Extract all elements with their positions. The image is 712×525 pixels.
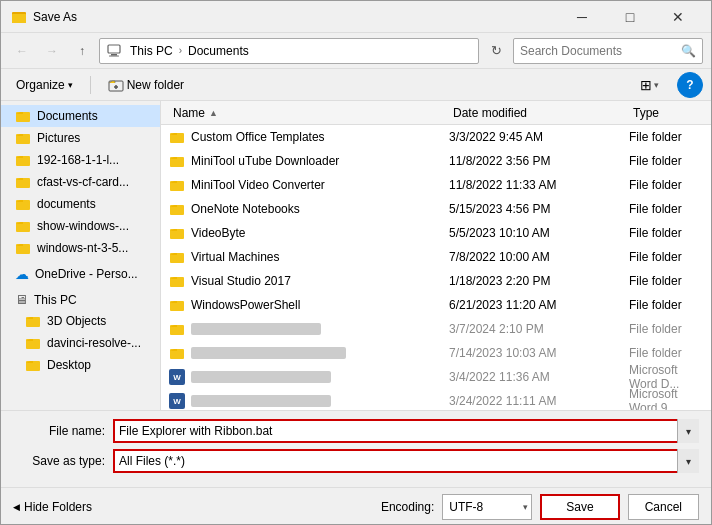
table-row[interactable]: MiniTool Video Converter 11/8/2022 11:33… bbox=[161, 173, 711, 197]
file-cell-type: File folder bbox=[629, 346, 703, 360]
new-folder-button[interactable]: New folder bbox=[101, 73, 191, 97]
search-box[interactable]: 🔍 bbox=[513, 38, 703, 64]
table-row[interactable]: W 3/4/2022 11:36 AM Microsoft Word D... bbox=[161, 365, 711, 389]
sidebar-item-3dobjects[interactable]: 3D Objects bbox=[1, 310, 160, 332]
file-cell-type: File folder bbox=[629, 298, 703, 312]
address-bar[interactable]: This PC › Documents bbox=[99, 38, 479, 64]
sidebar-item-desktop[interactable]: Desktop bbox=[1, 354, 160, 376]
file-cell-type: File folder bbox=[629, 130, 703, 144]
title-controls: ─ □ ✕ bbox=[559, 3, 701, 31]
folder-icon bbox=[169, 273, 185, 289]
hide-folders-button[interactable]: ◀ Hide Folders bbox=[13, 500, 92, 514]
sidebar-item-pictures[interactable]: Pictures bbox=[1, 127, 160, 149]
column-header: Name ▲ Date modified Type bbox=[161, 101, 711, 125]
cancel-button[interactable]: Cancel bbox=[628, 494, 699, 520]
table-row[interactable]: 7/14/2023 10:03 AM File folder bbox=[161, 341, 711, 365]
sidebar-item-davinci[interactable]: davinci-resolve-... bbox=[1, 332, 160, 354]
sidebar-item-192[interactable]: 192-168-1-1-l... bbox=[1, 149, 160, 171]
address-separator: › bbox=[179, 45, 182, 56]
file-cell-name: MiniTool uTube Downloader bbox=[169, 153, 449, 169]
encoding-wrapper: UTF-8 UTF-16 LE UTF-16 BE ANSI ▾ bbox=[442, 494, 532, 520]
filename-dropdown-button[interactable]: ▾ bbox=[677, 419, 699, 443]
sidebar-item-onedrive[interactable]: ☁ OneDrive - Perso... bbox=[1, 263, 160, 285]
folder-icon bbox=[169, 201, 185, 217]
sidebar-item-cfast[interactable]: cfast-vs-cf-card... bbox=[1, 171, 160, 193]
folder-icon bbox=[25, 313, 41, 329]
footer-right: Encoding: UTF-8 UTF-16 LE UTF-16 BE ANSI… bbox=[381, 494, 699, 520]
up-button[interactable]: ↑ bbox=[69, 38, 95, 64]
thispc-icon: 🖥 bbox=[15, 292, 28, 307]
close-button[interactable]: ✕ bbox=[655, 3, 701, 31]
address-segment-documents[interactable]: Documents bbox=[184, 42, 253, 60]
filename-label: File name: bbox=[13, 424, 113, 438]
file-cell-date: 5/5/2023 10:10 AM bbox=[449, 226, 629, 240]
file-cell-date: 11/8/2022 3:56 PM bbox=[449, 154, 629, 168]
table-row[interactable]: Virtual Machines 7/8/2022 10:00 AM File … bbox=[161, 245, 711, 269]
col-type-header[interactable]: Type bbox=[629, 104, 703, 122]
address-segment-thispc[interactable]: This PC bbox=[126, 42, 177, 60]
forward-button[interactable]: → bbox=[39, 38, 65, 64]
table-row[interactable]: VideoByte 5/5/2023 10:10 AM File folder bbox=[161, 221, 711, 245]
dialog-icon bbox=[11, 9, 27, 25]
file-cell-name: W bbox=[169, 393, 449, 409]
minimize-button[interactable]: ─ bbox=[559, 3, 605, 31]
folder-icon bbox=[169, 225, 185, 241]
sidebar-winnt-label: windows-nt-3-5... bbox=[37, 241, 128, 255]
folder-icon bbox=[169, 129, 185, 145]
sidebar-docs2-label: documents bbox=[37, 197, 96, 211]
search-icon: 🔍 bbox=[681, 44, 696, 58]
sidebar-item-thispc[interactable]: 🖥 This PC bbox=[1, 289, 160, 310]
svg-rect-4 bbox=[111, 54, 117, 56]
file-cell-type: Microsoft Word 9... bbox=[629, 387, 703, 410]
folder-icon bbox=[169, 297, 185, 313]
toolbar: Organize ▾ New folder ⊞ ▾ ? bbox=[1, 69, 711, 101]
back-button[interactable]: ← bbox=[9, 38, 35, 64]
table-row[interactable]: Custom Office Templates 3/3/2022 9:45 AM… bbox=[161, 125, 711, 149]
sidebar-3dobjects-label: 3D Objects bbox=[47, 314, 106, 328]
sidebar-item-documents2[interactable]: documents bbox=[1, 193, 160, 215]
refresh-button[interactable]: ↻ bbox=[483, 38, 509, 64]
encoding-select[interactable]: UTF-8 UTF-16 LE UTF-16 BE ANSI bbox=[442, 494, 532, 520]
save-button[interactable]: Save bbox=[540, 494, 619, 520]
col-name-header[interactable]: Name ▲ bbox=[169, 104, 449, 122]
col-date-header[interactable]: Date modified bbox=[449, 104, 629, 122]
table-row[interactable]: Visual Studio 2017 1/18/2023 2:20 PM Fil… bbox=[161, 269, 711, 293]
sidebar-onedrive-label: OneDrive - Perso... bbox=[35, 267, 138, 281]
file-cell-type: File folder bbox=[629, 202, 703, 216]
help-button[interactable]: ? bbox=[677, 72, 703, 98]
sidebar-pictures-label: Pictures bbox=[37, 131, 80, 145]
file-cell-date: 11/8/2022 11:33 AM bbox=[449, 178, 629, 192]
file-cell-date: 7/8/2022 10:00 AM bbox=[449, 250, 629, 264]
folder-icon bbox=[15, 218, 31, 234]
table-row[interactable]: MiniTool uTube Downloader 11/8/2022 3:56… bbox=[161, 149, 711, 173]
folder-icon bbox=[169, 153, 185, 169]
savetype-input[interactable] bbox=[113, 449, 699, 473]
content-area: Name ▲ Date modified Type Custom Office … bbox=[161, 101, 711, 410]
nav-bar: ← → ↑ This PC › Documents ↻ 🔍 bbox=[1, 33, 711, 69]
folder-icon bbox=[25, 357, 41, 373]
file-cell-date: 3/3/2022 9:45 AM bbox=[449, 130, 629, 144]
table-row[interactable]: W 3/24/2022 11:11 AM Microsoft Word 9... bbox=[161, 389, 711, 410]
table-row[interactable]: WindowsPowerShell 6/21/2023 11:20 AM Fil… bbox=[161, 293, 711, 317]
sidebar-item-windows-nt[interactable]: windows-nt-3-5... bbox=[1, 237, 160, 259]
table-row[interactable]: 3/7/2024 2:10 PM File folder bbox=[161, 317, 711, 341]
sidebar-desktop-label: Desktop bbox=[47, 358, 91, 372]
savetype-dropdown-button[interactable]: ▾ bbox=[677, 449, 699, 473]
view-dropdown[interactable]: ⊞ ▾ bbox=[637, 72, 673, 98]
search-input[interactable] bbox=[520, 44, 677, 58]
table-row[interactable]: OneNote Notebooks 5/15/2023 4:56 PM File… bbox=[161, 197, 711, 221]
file-cell-name: WindowsPowerShell bbox=[169, 297, 449, 313]
sidebar-item-documents[interactable]: Documents bbox=[1, 105, 160, 127]
folder-icon bbox=[15, 196, 31, 212]
file-cell-name: MiniTool Video Converter bbox=[169, 177, 449, 193]
sidebar-item-show-windows[interactable]: show-windows-... bbox=[1, 215, 160, 237]
file-cell-name bbox=[169, 321, 449, 337]
folder-icon bbox=[169, 177, 185, 193]
filename-input[interactable] bbox=[113, 419, 699, 443]
file-cell-name bbox=[169, 345, 449, 361]
sidebar-show-label: show-windows-... bbox=[37, 219, 129, 233]
organize-button[interactable]: Organize ▾ bbox=[9, 74, 80, 96]
file-cell-date: 7/14/2023 10:03 AM bbox=[449, 346, 629, 360]
save-as-dialog: Save As ─ □ ✕ ← → ↑ This PC › Documents … bbox=[0, 0, 712, 525]
maximize-button[interactable]: □ bbox=[607, 3, 653, 31]
